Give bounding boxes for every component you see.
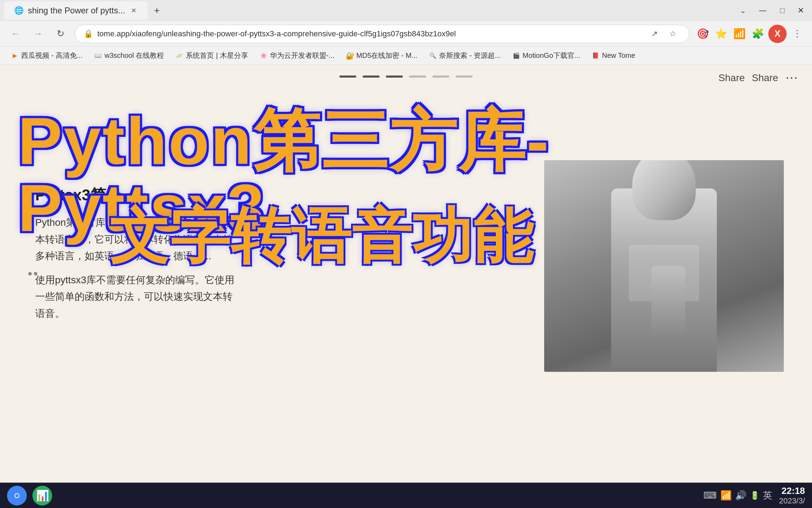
- reload-button[interactable]: ↻: [52, 25, 69, 42]
- battery-icon: 🔋: [750, 491, 759, 500]
- profile-icon[interactable]: X: [768, 25, 787, 43]
- forward-button[interactable]: →: [30, 25, 47, 42]
- overlay-subtitle: 文字转语音功能: [109, 206, 784, 266]
- extension-icon-2[interactable]: ⭐: [713, 26, 729, 42]
- bookmark-md5-label: MD5在线加密 - M...: [356, 51, 417, 60]
- address-bar-row: ← → ↻ 🔒 tome.app/xiaofeng/unleashing-the…: [0, 21, 812, 47]
- page-content: Share Share ⋯ Python第三方库-Pyttsx3: [0, 65, 812, 483]
- taskbar: 📊 ⌨ 📶 🔊 🔋 英 22:18 2023/3/: [0, 483, 812, 508]
- slide-resize-handle[interactable]: [28, 272, 37, 276]
- share-label: Share: [752, 72, 778, 84]
- more-options-button[interactable]: ⋯: [785, 71, 798, 85]
- bookmark-newtome-label: New Tome: [602, 52, 635, 60]
- bookmark-huawei-label: 华为云开发者联盟-...: [270, 51, 334, 60]
- taskbar-right: ⌨ 📶 🔊 🔋 英 22:18 2023/3/: [703, 485, 805, 506]
- lock-icon: 🔒: [84, 29, 93, 38]
- bookmark-huawei[interactable]: 🌸 华为云开发者联盟-...: [254, 49, 339, 62]
- wifi-icon[interactable]: 📶: [732, 26, 747, 42]
- nav-dot-4[interactable]: [409, 75, 426, 78]
- taskbar-app2-icon[interactable]: 📊: [32, 486, 52, 506]
- motiongo-favicon: 🎬: [512, 52, 521, 60]
- w3school-favicon: 📖: [94, 52, 102, 60]
- nasou-favicon: 🔍: [429, 52, 437, 60]
- address-box[interactable]: 🔒 tome.app/xiaofeng/unleashing-the-power…: [75, 25, 689, 43]
- section-body-p2: 使用pyttsx3库不需要任何复杂的编写。它使用一些简单的函数和方法，可以快速实…: [35, 272, 240, 322]
- bookmarks-bar: ▶ 西瓜视频 - 高清免... 📖 w3school 在线教程 🪐 系统首页 |…: [0, 47, 812, 65]
- maximize-button[interactable]: □: [774, 2, 791, 19]
- bookmark-system[interactable]: 🪐 系统首页 | 木星分享: [170, 49, 253, 62]
- taskbar-sys-icons: ⌨ 📶 🔊 🔋 英: [703, 489, 772, 502]
- taskbar-left: 📊: [7, 486, 52, 506]
- system-favicon: 🪐: [175, 52, 184, 60]
- handle-dot-2: [34, 272, 37, 276]
- nav-dot-2[interactable]: [363, 75, 380, 78]
- back-button[interactable]: ←: [7, 25, 24, 42]
- huawei-favicon: 🌸: [259, 52, 268, 60]
- nav-dot-5[interactable]: [432, 75, 449, 78]
- extensions-icon[interactable]: 🧩: [750, 26, 765, 42]
- address-actions: ↗ ☆: [647, 26, 681, 42]
- new-tab-button[interactable]: +: [149, 3, 165, 18]
- share-button[interactable]: Share: [719, 72, 745, 84]
- minimize-button[interactable]: ─: [754, 2, 771, 19]
- bookmark-w3school-label: w3school 在线教程: [104, 51, 164, 60]
- taskbar-chrome-icon[interactable]: [7, 486, 27, 506]
- bookmark-motiongo-label: MotionGo下载官...: [523, 51, 580, 60]
- tab-favicon: 🌐: [14, 6, 24, 15]
- nav-dot-1[interactable]: [339, 75, 356, 78]
- browser-frame: 🌐 shing the Power of pytts... ✕ + ⌄ ─ □ …: [0, 0, 812, 508]
- bookmark-nasou[interactable]: 🔍 奈斯搜索 - 资源超...: [424, 49, 505, 62]
- md5-favicon: 🔐: [346, 52, 354, 60]
- tab-list-button[interactable]: ⌄: [734, 2, 751, 19]
- bookmark-system-label: 系统首页 | 木星分享: [186, 51, 248, 60]
- xigua-favicon: ▶: [11, 52, 19, 60]
- taskbar-time: 22:18: [779, 485, 805, 496]
- url-text: tome.app/xiaofeng/unleashing-the-power-o…: [97, 29, 642, 38]
- tab-close-button[interactable]: ✕: [129, 6, 138, 15]
- nav-dot-6[interactable]: [456, 75, 473, 78]
- bookmark-newtome[interactable]: 📕 New Tome: [586, 49, 640, 62]
- newtome-favicon: 📕: [591, 52, 600, 60]
- taskbar-clock: 22:18 2023/3/: [779, 485, 805, 506]
- handle-dot-1: [28, 272, 32, 276]
- tab-title: shing the Power of pytts...: [28, 6, 125, 16]
- bookmark-motiongo[interactable]: 🎬 MotionGo下载官...: [507, 49, 585, 62]
- svg-point-2: [15, 494, 19, 497]
- extension-icon-1[interactable]: 🎯: [695, 26, 710, 42]
- browser-menu-button[interactable]: ⋮: [789, 26, 805, 42]
- bookmark-nasou-label: 奈斯搜索 - 资源超...: [439, 51, 500, 60]
- bookmark-w3school[interactable]: 📖 w3school 在线教程: [89, 49, 169, 62]
- volume-icon: 🔊: [735, 490, 746, 501]
- page-nav-dots: [339, 75, 473, 78]
- bookmark-md5[interactable]: 🔐 MD5在线加密 - M...: [341, 49, 422, 62]
- tab-bar: 🌐 shing the Power of pytts... ✕ + ⌄ ─ □ …: [0, 0, 812, 21]
- active-tab[interactable]: 🌐 shing the Power of pytts... ✕: [4, 1, 148, 20]
- keyboard-icon: ⌨: [703, 490, 717, 501]
- share-page-icon[interactable]: ↗: [647, 26, 662, 42]
- bookmark-star-icon[interactable]: ☆: [665, 26, 681, 42]
- bookmark-xigua-label: 西瓜视频 - 高清免...: [21, 51, 82, 60]
- nav-dot-3[interactable]: [386, 75, 403, 78]
- taskbar-date: 2023/3/: [779, 496, 805, 506]
- close-button[interactable]: ✕: [794, 4, 808, 18]
- toolbar-icons: 🎯 ⭐ 📶 🧩 X ⋮: [695, 25, 805, 43]
- lang-indicator: 英: [763, 489, 772, 502]
- network-icon: 📶: [720, 490, 732, 501]
- page-actions: Share Share ⋯: [719, 71, 798, 85]
- bookmark-xigua[interactable]: ▶ 西瓜视频 - 高清免...: [6, 49, 87, 62]
